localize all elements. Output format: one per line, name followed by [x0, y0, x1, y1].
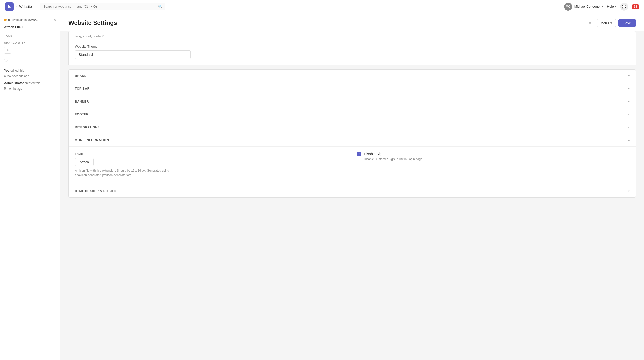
favicon-section: Favicon Attach An icon file with .ico ex…: [75, 152, 347, 177]
html-header-section: HTML HEADER & ROBOTS ▾: [69, 185, 636, 197]
brand-section-title: BRAND: [75, 74, 87, 78]
banner-section-title: BANNER: [75, 100, 89, 103]
print-icon: 🖨: [588, 21, 592, 25]
banner-section-header[interactable]: BANNER ▾: [69, 95, 636, 108]
content-area: Website Settings 🖨 Menu ▾ Save blog, abo…: [60, 13, 644, 360]
search-icon: 🔍: [158, 5, 162, 9]
disable-signup-label: Disable Signup: [364, 152, 387, 156]
sidebar-url: http://localhost:8069/... ✕: [4, 18, 56, 22]
notification-badge[interactable]: 63: [632, 4, 639, 9]
top-bar-section-header[interactable]: TOP BAR ▾: [69, 82, 636, 95]
banner-chevron-icon: ▾: [628, 100, 630, 103]
top-navigation: E › Website 🔍 MC Michael Corleone ▾ Help…: [0, 0, 644, 13]
chat-icon: 💬: [622, 5, 626, 9]
favicon-attach-button[interactable]: Attach: [75, 158, 94, 166]
sidebar-meta: You edited this a few seconds ago Admini…: [4, 68, 56, 91]
sections-container: BRAND ▾ TOP BAR ▾ BANNER ▾: [68, 69, 636, 198]
user-menu[interactable]: MC Michael Corleone ▾: [564, 3, 603, 11]
tags-label: TAGS: [4, 34, 56, 37]
sidebar: http://localhost:8069/... ✕ Attach File …: [0, 13, 60, 360]
more-information-chevron-icon: ▾: [628, 138, 630, 142]
html-header-chevron-icon: ▾: [628, 189, 630, 193]
integrations-section-header[interactable]: INTEGRATIONS ▾: [69, 121, 636, 134]
app-logo[interactable]: E: [5, 2, 14, 11]
disable-signup-hint: Disable Customer Signup link in Login pa…: [364, 157, 630, 161]
top-bar-section: TOP BAR ▾: [69, 82, 636, 95]
more-info-grid: Favicon Attach An icon file with .ico ex…: [75, 152, 630, 177]
created-time: 5 months ago: [4, 86, 56, 91]
avatar: MC: [564, 3, 572, 11]
edited-time: a few seconds ago: [4, 74, 56, 78]
print-button[interactable]: 🖨: [586, 19, 594, 27]
more-information-header[interactable]: MORE INFORMATION ▾: [69, 134, 636, 146]
favorite-icon[interactable]: ♡: [4, 58, 56, 63]
footer-chevron-icon: ▾: [628, 113, 630, 116]
main-layout: http://localhost:8069/... ✕ Attach File …: [0, 13, 644, 360]
footer-section-header[interactable]: FOOTER ▾: [69, 108, 636, 121]
breadcrumb-chevron: ›: [16, 5, 17, 8]
attach-file-button[interactable]: Attach File +: [4, 25, 56, 29]
favicon-hint: An icon file with .ico extension. Should…: [75, 168, 170, 177]
menu-button[interactable]: Menu ▾: [597, 19, 616, 27]
save-button[interactable]: Save: [618, 19, 636, 27]
settings-body: blog, about, contact) Website Theme BRAN…: [60, 31, 644, 206]
url-status-dot: [4, 19, 7, 21]
top-partial-section: blog, about, contact) Website Theme: [68, 31, 636, 65]
user-dropdown-arrow: ▾: [602, 5, 603, 8]
banner-section: BANNER ▾: [69, 95, 636, 108]
menu-dropdown-arrow: ▾: [610, 21, 612, 25]
disable-signup-checkbox[interactable]: [357, 152, 361, 156]
brand-section: BRAND ▾: [69, 70, 636, 82]
header-actions: 🖨 Menu ▾ Save: [586, 19, 636, 27]
integrations-chevron-icon: ▾: [628, 126, 630, 129]
brand-section-header[interactable]: BRAND ▾: [69, 70, 636, 82]
integrations-section: INTEGRATIONS ▾: [69, 121, 636, 134]
top-bar-section-title: TOP BAR: [75, 87, 90, 91]
user-name: Michael Corleone: [574, 5, 600, 8]
integrations-section-title: INTEGRATIONS: [75, 126, 100, 129]
notification-button[interactable]: 💬: [620, 3, 628, 11]
add-share-button[interactable]: +: [4, 47, 11, 54]
help-dropdown-arrow: ▾: [615, 5, 616, 8]
html-header-section-title: HTML HEADER & ROBOTS: [75, 189, 118, 193]
more-information-title: MORE INFORMATION: [75, 138, 109, 142]
disable-signup-section: Disable Signup Disable Customer Signup l…: [357, 152, 630, 177]
url-close-icon[interactable]: ✕: [54, 18, 56, 22]
footer-section-title: FOOTER: [75, 113, 89, 116]
theme-label: Website Theme: [75, 45, 630, 48]
page-header: Website Settings 🖨 Menu ▾ Save: [60, 13, 644, 31]
page-title: Website Settings: [68, 19, 117, 26]
breadcrumb-page-name: Website: [19, 5, 32, 9]
breadcrumb: › Website: [16, 5, 32, 9]
theme-section-content: Website Theme: [69, 38, 636, 65]
footer-section: FOOTER ▾: [69, 108, 636, 121]
more-information-section: MORE INFORMATION ▾ Favicon Attach An ico…: [69, 134, 636, 185]
top-bar-chevron-icon: ▾: [628, 87, 630, 91]
brand-chevron-icon: ▾: [628, 74, 630, 78]
search-input[interactable]: [40, 3, 165, 10]
more-information-content: Favicon Attach An icon file with .ico ex…: [69, 146, 636, 185]
nav-right-area: MC Michael Corleone ▾ Help ▾ 💬 63: [564, 3, 639, 11]
help-button[interactable]: Help ▾: [607, 5, 616, 8]
partial-hint: blog, about, contact): [69, 31, 636, 38]
search-bar: 🔍: [40, 3, 165, 10]
favicon-label: Favicon: [75, 152, 347, 156]
created-meta: Administrator created this: [4, 81, 56, 85]
disable-signup-row: Disable Signup: [357, 152, 630, 156]
shared-with-label: SHARED WITH: [4, 41, 56, 44]
html-header-section-header[interactable]: HTML HEADER & ROBOTS ▾: [69, 185, 636, 197]
url-text: http://localhost:8069/...: [8, 18, 52, 22]
theme-input[interactable]: [75, 50, 191, 59]
edited-meta: You edited this: [4, 68, 56, 73]
